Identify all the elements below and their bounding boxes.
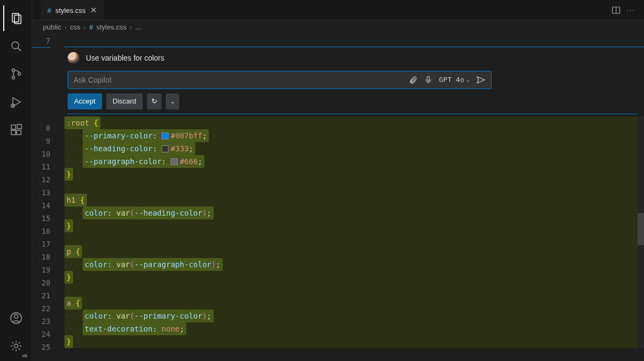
- chevron-right-icon: ›: [130, 23, 132, 31]
- code-line[interactable]: h1·{: [64, 194, 644, 207]
- line-number: 17: [32, 238, 50, 251]
- settings-gear-icon[interactable]: VS: [3, 333, 29, 359]
- svg-rect-12: [17, 124, 21, 129]
- line-number: 10: [32, 148, 50, 160]
- editor[interactable]: 7 8 9 10 11 12 13 14 15 16 17 18 19 20 2…: [32, 34, 644, 361]
- line-number: 25: [32, 341, 50, 353]
- tab-styles-css[interactable]: # styles.css ✕: [41, 0, 104, 20]
- extensions-icon[interactable]: [3, 117, 29, 143]
- breadcrumb-seg[interactable]: ...: [135, 23, 141, 31]
- account-icon[interactable]: [3, 305, 29, 331]
- line-number: 14: [32, 199, 50, 212]
- code-line[interactable]: ····text-decoration:·none;: [64, 322, 644, 335]
- code-line[interactable]: a·{: [64, 297, 644, 310]
- svg-rect-18: [427, 76, 429, 80]
- input-placeholder: Ask Copilot: [74, 73, 402, 86]
- debug-icon[interactable]: [3, 89, 29, 115]
- tabs-bar: # styles.css ✕ ···: [32, 0, 644, 20]
- tab-label: styles.css: [55, 6, 85, 14]
- microphone-icon[interactable]: [424, 76, 433, 84]
- discard-button[interactable]: Discard: [106, 93, 143, 109]
- search-icon[interactable]: [3, 33, 29, 59]
- svg-rect-11: [17, 130, 21, 135]
- line-number-gutter: 7 8 9 10 11 12 13 14 15 16 17 18 19 20 2…: [32, 34, 64, 361]
- copilot-input[interactable]: Ask Copilot GPT 4o ⌄: [68, 71, 492, 89]
- line-number: 7: [32, 34, 50, 48]
- user-prompt: Use variables for colors: [86, 51, 164, 64]
- svg-point-2: [12, 42, 19, 49]
- code-line[interactable]: }: [64, 335, 644, 348]
- svg-point-4: [12, 69, 14, 72]
- line-number: 21: [32, 289, 50, 302]
- code-line[interactable]: [64, 284, 644, 297]
- line-number: 15: [32, 212, 50, 225]
- copilot-inline-panel: Use variables for colors Ask Copilot GPT…: [64, 47, 644, 114]
- svg-rect-10: [11, 130, 16, 135]
- accept-button[interactable]: Accept: [68, 93, 102, 109]
- svg-point-14: [14, 315, 18, 319]
- line-number: 23: [32, 315, 50, 328]
- split-editor-icon[interactable]: [611, 5, 621, 15]
- line-number: 24: [32, 328, 50, 341]
- code-line[interactable]: p·{: [64, 245, 644, 258]
- line-number: 11: [32, 160, 50, 173]
- line-number: 16: [32, 225, 50, 238]
- code-line[interactable]: ····color:·var(--heading-color);: [64, 207, 644, 219]
- line-number: 18: [32, 251, 50, 263]
- color-swatch-icon[interactable]: [162, 145, 169, 152]
- line-number: 12: [32, 173, 50, 186]
- regenerate-icon[interactable]: ↻: [147, 93, 162, 109]
- close-icon[interactable]: ✕: [90, 5, 97, 15]
- css-file-icon: #: [89, 23, 93, 31]
- tab-actions: ···: [611, 0, 644, 20]
- svg-point-6: [18, 73, 20, 76]
- send-icon[interactable]: [476, 75, 486, 85]
- code-line[interactable]: ····--primary-color:·#007bff;: [64, 129, 644, 142]
- code-line[interactable]: }: [64, 168, 644, 181]
- css-file-icon: #: [47, 6, 51, 14]
- code-line[interactable]: }: [64, 271, 644, 284]
- attach-icon[interactable]: [409, 76, 418, 84]
- line-number: 8: [32, 122, 50, 135]
- line-number: 20: [32, 276, 50, 289]
- code-line[interactable]: [64, 181, 644, 194]
- code-line[interactable]: [64, 232, 644, 245]
- svg-point-5: [12, 77, 14, 79]
- suggestion-actions: Accept Discard ↻ ⌄: [68, 93, 638, 114]
- code-line[interactable]: ····color:·var(--primary-color);: [64, 310, 644, 322]
- breadcrumb-seg[interactable]: public: [43, 23, 61, 31]
- more-actions-icon[interactable]: ···: [626, 6, 635, 14]
- explorer-icon[interactable]: [3, 5, 29, 31]
- code-line[interactable]: :root·{: [64, 116, 644, 129]
- editor-group: # styles.css ✕ ··· public › css › # styl…: [32, 0, 644, 361]
- color-swatch-icon[interactable]: [162, 132, 169, 139]
- line-number: 19: [32, 263, 50, 276]
- code-line[interactable]: ····color:·var(--paragraph-color);: [64, 258, 644, 271]
- color-swatch-icon[interactable]: [171, 158, 178, 165]
- code-area[interactable]: Use variables for colors Ask Copilot GPT…: [64, 34, 644, 361]
- source-control-icon[interactable]: [3, 61, 29, 87]
- chevron-down-icon[interactable]: ⌄: [166, 93, 179, 109]
- line-number: 13: [32, 186, 50, 199]
- code-line[interactable]: }: [64, 219, 644, 232]
- code-line[interactable]: ····--paragraph-color:·#666;: [64, 155, 644, 168]
- user-avatar: [68, 52, 79, 64]
- model-selector[interactable]: GPT 4o ⌄: [439, 73, 470, 86]
- svg-point-15: [14, 344, 18, 348]
- breadcrumb[interactable]: public › css › # styles.css › ...: [32, 20, 644, 34]
- line-number: 22: [32, 302, 50, 315]
- svg-line-3: [18, 48, 21, 51]
- svg-rect-9: [11, 125, 16, 129]
- breadcrumb-seg[interactable]: styles.css: [96, 23, 126, 31]
- code-line[interactable]: ····--heading-color:·#333;: [64, 142, 644, 155]
- chevron-right-icon: ›: [64, 23, 67, 31]
- chevron-down-icon: ⌄: [466, 73, 470, 86]
- activity-bar: VS: [0, 0, 32, 361]
- model-name: GPT 4o: [439, 73, 464, 86]
- chevron-right-icon: ›: [84, 23, 86, 31]
- line-number: 9: [32, 135, 50, 148]
- breadcrumb-seg[interactable]: css: [70, 23, 80, 31]
